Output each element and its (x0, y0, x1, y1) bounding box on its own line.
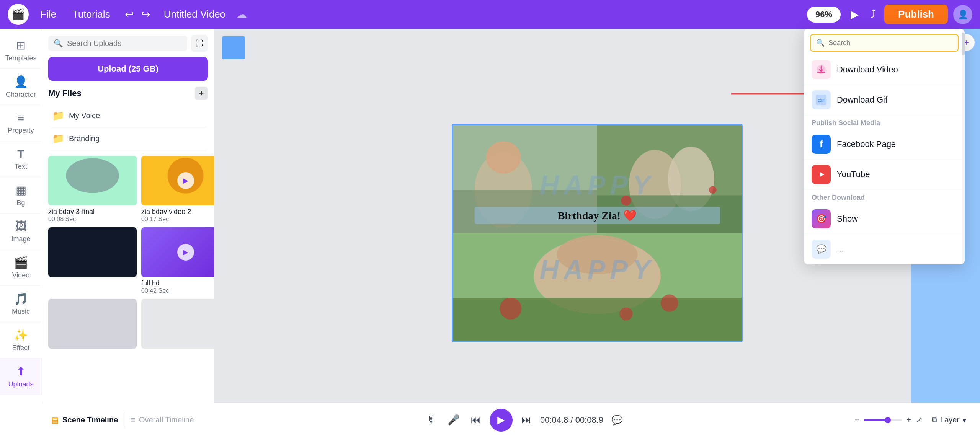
scene-timeline-tab[interactable]: ▤ Scene Timeline (51, 416, 118, 425)
sidebar-item-text[interactable]: T Text (0, 141, 42, 177)
uploads-panel: 🔍 ⛶ Upload (25 GB) My Files + 📁 My Voice… (42, 29, 214, 437)
sidebar-item-music[interactable]: 🎵 Music (0, 286, 42, 322)
skip-forward-btn[interactable]: ⏭ (518, 412, 535, 429)
mic-btn[interactable]: 🎙 (423, 412, 440, 429)
facebook-label: Facebook Page (837, 139, 896, 149)
birthday-text: Birthday Zia! ❤️ (558, 210, 637, 222)
video-thumb-0[interactable] (48, 156, 137, 205)
image-icon: 🖼 (15, 220, 27, 233)
expand-icon[interactable]: ⤢ (916, 415, 923, 425)
dropdown-item-upload[interactable]: 💬 ... (804, 234, 965, 264)
my-files-header: My Files + (48, 87, 208, 100)
sidebar-item-property[interactable]: ≡ Property (0, 105, 42, 141)
record-btn[interactable]: 🎤 (445, 412, 462, 429)
sidebar-item-uploads[interactable]: ⬆ Uploads (0, 359, 42, 395)
upload-btn[interactable]: Upload (25 GB) (48, 57, 208, 81)
video-item-4 (48, 299, 137, 349)
cloud-save-icon[interactable]: ☁ (236, 8, 247, 21)
video-thumb-2[interactable] (48, 227, 137, 277)
my-files-title: My Files (48, 88, 82, 98)
video-title-0: zia bday 3-final (48, 208, 137, 216)
dropdown-search-box[interactable]: 🔍 (810, 34, 959, 52)
video-thumb-4[interactable] (48, 299, 137, 349)
dropdown-search-icon: 🔍 (816, 39, 825, 47)
dropdown-item-show[interactable]: 🎯 Show (804, 204, 965, 234)
folder-my-voice[interactable]: 📁 My Voice (48, 104, 208, 127)
video-info-2 (48, 277, 137, 279)
time-display: 00:04.8 / 00:08.9 (540, 415, 603, 425)
dropdown-search-input[interactable] (828, 39, 952, 47)
sidebar-item-templates[interactable]: ⊞ Templates (0, 33, 42, 69)
other-download-label: Other Download (804, 190, 965, 204)
arrow-svg (731, 88, 815, 99)
add-folder-btn[interactable]: + (195, 87, 208, 100)
volume-thumb[interactable] (885, 417, 891, 423)
video-thumb-5[interactable] (141, 299, 214, 349)
photo-svg-bottom (453, 233, 742, 341)
birthday-text-bar: Birthday Zia! ❤️ (475, 207, 720, 224)
show-icon: 🎯 (812, 209, 831, 228)
sidebar-item-video[interactable]: 🎬 Video (0, 249, 42, 286)
video-thumb-img-0 (48, 156, 137, 205)
video-item-2 (48, 227, 137, 294)
play-btn-overlay-1[interactable]: ▶ (177, 172, 194, 189)
happy-bottom-text: HAPPY (453, 254, 742, 285)
redo-btn[interactable]: ↪ (138, 5, 153, 24)
video-thumb-1[interactable]: ▶ (141, 156, 214, 205)
volume-slider[interactable] (864, 419, 902, 421)
dropdown-item-download-video[interactable]: Download Video (804, 55, 965, 85)
captions-btn[interactable]: 💬 (609, 412, 626, 429)
tutorials-menu-btn[interactable]: Tutorials (68, 6, 115, 23)
folder-branding[interactable]: 📁 Branding (48, 127, 208, 150)
user-avatar[interactable]: 👤 (953, 5, 972, 24)
dropdown-item-download-gif[interactable]: GIF Download Gif (804, 85, 965, 115)
skip-back-btn[interactable]: ⏮ (467, 412, 484, 429)
publish-social-label: Publish Social Media (804, 115, 965, 129)
layer-chevron-icon: ▾ (962, 416, 966, 425)
search-input-wrap[interactable]: 🔍 (48, 36, 187, 51)
volume-plus: + (906, 416, 911, 424)
svg-rect-19 (453, 298, 742, 341)
video-icon: 🎬 (14, 256, 28, 269)
share-btn[interactable]: ⤴ (867, 5, 879, 24)
arrow-indicator (731, 88, 815, 101)
undo-btn[interactable]: ↩ (122, 5, 137, 24)
dropdown-item-facebook[interactable]: f Facebook Page (804, 129, 965, 160)
canvas-content[interactable]: Birthday Zia! ❤️ HAPPY (452, 124, 743, 342)
sidebar-item-effect[interactable]: ✨ Effect (0, 322, 42, 359)
video-item-3: ▶ full hd 00:42 Sec (141, 227, 214, 294)
video-item-0: zia bday 3-final 00:08 Sec (48, 156, 137, 223)
sidebar-item-bg[interactable]: ▦ Bg (0, 177, 42, 214)
dropdown-scrollbar[interactable] (962, 29, 965, 264)
folder-name: My Voice (69, 111, 100, 120)
svg-point-22 (619, 307, 632, 320)
expand-btn[interactable]: ⛶ (191, 35, 208, 52)
overall-timeline-tab[interactable]: ≡ Overall Timeline (131, 416, 194, 424)
search-bar: 🔍 ⛶ (48, 35, 208, 52)
publish-btn[interactable]: Publish (884, 5, 948, 24)
happy-text-background: HAPPY (453, 170, 742, 201)
layer-label: Layer (940, 416, 959, 424)
sidebar-item-character[interactable]: 👤 Character (0, 69, 42, 105)
canvas-photo-bottom: HAPPY (453, 233, 742, 341)
svg-point-20 (500, 297, 521, 319)
video-grid: zia bday 3-final 00:08 Sec ▶ zia bday vi… (48, 156, 208, 349)
play-btn-overlay-3[interactable]: ▶ (177, 244, 194, 261)
search-input[interactable] (67, 39, 182, 48)
svg-point-8 (486, 141, 521, 174)
search-icon: 🔍 (54, 39, 63, 48)
sidebar-item-image[interactable]: 🖼 Image (0, 214, 42, 249)
file-menu-btn[interactable]: File (36, 6, 61, 23)
preview-btn[interactable]: ▶ (848, 5, 862, 24)
dropdown-item-youtube[interactable]: YouTube (804, 160, 965, 190)
layer-btn[interactable]: ⧉ Layer ▾ (927, 413, 971, 428)
video-thumb-3[interactable]: ▶ (141, 227, 214, 277)
sidebar-item-label: Uploads (8, 380, 33, 388)
app-logo[interactable]: 🎬 (8, 4, 29, 25)
play-pause-btn[interactable]: ▶ (490, 409, 513, 432)
zoom-level-btn[interactable]: 96% (807, 7, 841, 23)
property-icon: ≡ (18, 111, 24, 124)
video-duration-3: 00:42 Sec (141, 287, 214, 294)
download-icon-svg (816, 64, 826, 75)
video-duration-0: 00:08 Sec (48, 216, 137, 223)
